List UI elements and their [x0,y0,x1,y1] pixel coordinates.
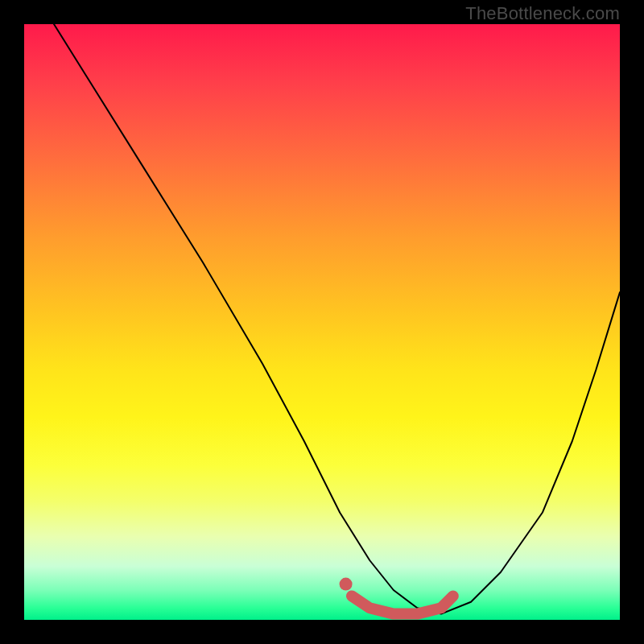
optimal-range-highlight [352,596,453,613]
chart-stage: TheBottleneck.com [0,0,644,644]
watermark-text: TheBottleneck.com [465,3,620,24]
plot-area [24,24,620,620]
bottleneck-curve [54,24,620,614]
plot-svg [24,24,620,620]
optimal-point-marker [340,578,353,591]
